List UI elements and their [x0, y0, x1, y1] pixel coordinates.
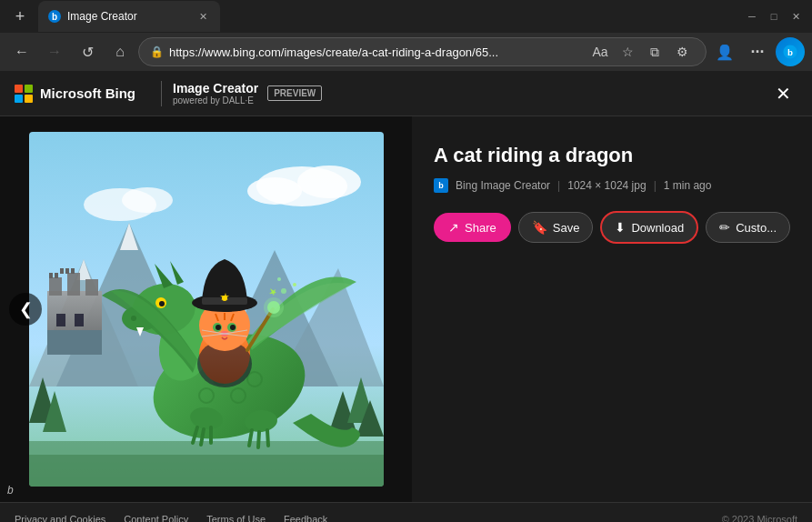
window-controls: ─ □ ✕	[743, 7, 805, 25]
svg-rect-26	[47, 330, 102, 355]
svg-point-39	[159, 301, 165, 306]
svg-rect-20	[55, 273, 58, 278]
info-panel: A cat riding a dragon b Bing Image Creat…	[412, 116, 812, 502]
svg-point-8	[122, 187, 173, 213]
share-label: Share	[465, 221, 496, 235]
download-icon: ⬇	[615, 220, 626, 235]
lock-icon: 🔒	[150, 45, 164, 58]
ms-logo-red	[15, 85, 23, 93]
browser-chrome: + b Image Creator ✕ ─ □ ✕ ← → ↺ ⌂ 🔒	[0, 0, 812, 71]
terms-link[interactable]: Terms of Use	[206, 514, 266, 523]
image-title: A cat riding a dragon	[434, 144, 790, 167]
svg-point-74	[264, 297, 284, 317]
browser-tab[interactable]: b Image Creator ✕	[38, 1, 220, 32]
share-button[interactable]: ↗ Share	[434, 213, 511, 242]
minimize-button[interactable]: ─	[743, 7, 761, 25]
svg-point-76	[293, 283, 296, 286]
svg-point-77	[277, 277, 281, 281]
image-watermark: b	[7, 484, 14, 497]
svg-rect-24	[56, 314, 65, 326]
meta-sep1: |	[557, 179, 560, 192]
extensions-button[interactable]: ⚙	[669, 39, 695, 65]
action-buttons: ↗ Share 🔖 Save ⬇ Download ✏ Custo...	[434, 211, 790, 244]
address-bar[interactable]: 🔒 Aa ☆ ⧉ ⚙	[138, 37, 707, 66]
profile-button[interactable]: 👤	[710, 37, 739, 66]
privacy-link[interactable]: Privacy and Cookies	[15, 514, 105, 523]
image-panel: ❮ b	[0, 116, 412, 502]
svg-rect-19	[49, 273, 53, 278]
browser-menu-button[interactable]: ···	[743, 37, 772, 66]
svg-rect-17	[67, 273, 80, 296]
app-title-block: Image Creator powered by DALL·E	[173, 81, 258, 105]
svg-text:b: b	[787, 47, 793, 57]
feedback-link[interactable]: Feedback	[284, 514, 327, 523]
meta-size: 1024 × 1024 jpg	[567, 179, 646, 192]
bing-text: Microsoft Bing	[40, 85, 135, 101]
svg-rect-25	[75, 314, 84, 326]
title-bar: + b Image Creator ✕ ─ □ ✕	[0, 0, 812, 33]
ms-bing-logo: Microsoft Bing	[15, 85, 135, 103]
preview-badge: PREVIEW	[267, 85, 322, 101]
svg-text:b: b	[52, 12, 57, 22]
customize-label: Custo...	[736, 221, 777, 235]
app-title: Image Creator	[173, 81, 258, 95]
svg-point-6	[247, 177, 302, 205]
app-header: Microsoft Bing Image Creator powered by …	[0, 71, 812, 116]
bing-meta-icon: b	[434, 178, 448, 193]
meta-source: Bing Image Creator	[456, 179, 550, 192]
content-policy-link[interactable]: Content Policy	[124, 514, 188, 523]
customize-icon: ✏	[719, 220, 730, 235]
microsoft-logo	[15, 85, 33, 103]
meta-time: 1 min ago	[664, 179, 712, 192]
dialog-close-button[interactable]: ✕	[768, 79, 797, 108]
maximize-button[interactable]: □	[765, 7, 783, 25]
prev-image-button[interactable]: ❮	[9, 293, 42, 326]
ms-logo-yellow	[25, 95, 33, 103]
image-viewer: ❮ b A cat riding a dragon b Bing Image C…	[0, 116, 812, 502]
prev-arrow-icon: ❮	[19, 299, 33, 319]
download-button[interactable]: ⬇ Download	[600, 211, 698, 244]
svg-point-71	[222, 296, 227, 301]
svg-point-60	[216, 325, 221, 330]
header-divider	[161, 81, 162, 106]
read-aloud-button[interactable]: Aa	[587, 39, 613, 65]
ms-logo-green	[25, 85, 33, 93]
ms-logo-blue	[15, 95, 23, 103]
svg-rect-22	[65, 268, 69, 274]
copyright: © 2023 Microsoft	[722, 514, 797, 523]
tab-close-button[interactable]: ✕	[195, 8, 211, 25]
address-input[interactable]	[169, 45, 582, 59]
main-image	[29, 132, 384, 487]
footer: Privacy and Cookies Content Policy Terms…	[0, 502, 812, 522]
svg-rect-21	[60, 268, 64, 274]
app-subtitle: powered by DALL·E	[173, 95, 258, 105]
svg-rect-23	[71, 268, 75, 274]
save-label: Save	[553, 221, 580, 235]
svg-rect-18	[85, 279, 98, 296]
favorites-button[interactable]: ☆	[615, 39, 640, 65]
meta-sep2: |	[654, 179, 657, 192]
svg-point-40	[131, 316, 136, 321]
customize-button[interactable]: ✏ Custo...	[706, 212, 790, 243]
save-button[interactable]: 🔖 Save	[518, 212, 594, 243]
bing-copilot-button[interactable]: b	[776, 37, 805, 66]
collections-button[interactable]: ⧉	[642, 39, 667, 65]
image-svg	[29, 132, 384, 487]
back-button[interactable]: ←	[7, 37, 36, 66]
share-icon: ↗	[448, 220, 459, 235]
refresh-button[interactable]: ↺	[73, 37, 102, 66]
save-icon: 🔖	[532, 220, 547, 235]
svg-rect-16	[49, 277, 62, 296]
svg-point-75	[281, 288, 286, 294]
tab-title: Image Creator	[67, 10, 189, 23]
tab-favicon: b	[47, 9, 62, 24]
svg-point-5	[297, 166, 361, 198]
forward-button[interactable]: →	[40, 37, 69, 66]
toolbar: ← → ↺ ⌂ 🔒 Aa ☆ ⧉ ⚙ 👤 ··· b	[0, 33, 812, 71]
new-tab-button[interactable]: +	[7, 4, 33, 29]
content-area: ❮ b A cat riding a dragon b Bing Image C…	[0, 116, 812, 502]
window-close-button[interactable]: ✕	[787, 7, 805, 25]
download-label: Download	[631, 221, 684, 235]
svg-rect-33	[29, 455, 384, 487]
home-button[interactable]: ⌂	[105, 37, 135, 66]
